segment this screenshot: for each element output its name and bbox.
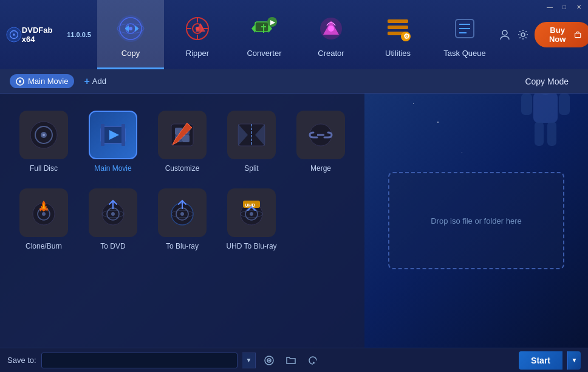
main-movie-label: Main Movie — [94, 164, 131, 173]
svg-text:UHD: UHD — [245, 202, 256, 208]
add-icon: + — [84, 76, 89, 87]
toolbar: Main Movie + Add Copy Mode — [0, 69, 588, 94]
svg-rect-77 — [533, 92, 558, 123]
minimize-button[interactable]: — — [543, 1, 556, 12]
to-dvd-icon-box — [89, 188, 137, 237]
mode-merge[interactable]: Merge — [289, 106, 352, 177]
svg-point-36 — [19, 80, 21, 83]
svg-marker-16 — [251, 24, 255, 33]
tab-utilities[interactable]: ⚙ Utilities — [364, 0, 431, 69]
copy-tab-label: Copy — [121, 49, 140, 58]
app-version: 11.0.0.5 — [67, 31, 91, 38]
customize-label: Customize — [165, 164, 200, 173]
converter-tab-label: Converter — [247, 49, 281, 58]
logo-area: DVDFab x64 11.0.0.5 — [0, 26, 97, 44]
full-disc-icon-box — [19, 111, 68, 159]
folder-icon — [285, 355, 296, 366]
mode-split[interactable]: Split — [220, 106, 283, 177]
svg-rect-24 — [388, 26, 408, 29]
clone-burn-label: Clone/Burn — [26, 242, 62, 250]
svg-point-86 — [268, 359, 270, 361]
tab-task-queue[interactable]: Task Queue — [431, 0, 498, 69]
browse-disc-button[interactable] — [261, 352, 278, 369]
svg-point-6 — [129, 27, 132, 30]
start-button[interactable]: Start — [519, 351, 562, 370]
path-dropdown-button[interactable]: ▼ — [242, 353, 256, 368]
save-path-input[interactable] — [41, 353, 238, 368]
tab-converter[interactable]: ▶ Converter — [231, 0, 298, 69]
to-blu-ray-label: To Blu-ray — [166, 242, 199, 250]
mode-full-disc[interactable]: Full Disc — [12, 106, 75, 177]
tab-creator[interactable]: Creator — [298, 0, 364, 69]
header-right: Buy Now — [498, 22, 588, 47]
creator-tab-icon — [315, 12, 347, 45]
tab-ripper[interactable]: Ripper — [164, 0, 231, 69]
nav-tabs: Copy Ripper — [97, 0, 498, 69]
mode-uhd-to-blu-ray[interactable]: UHD UHD To Blu-ray — [220, 184, 283, 255]
to-blu-ray-icon-box — [158, 188, 207, 237]
svg-text:▶: ▶ — [270, 19, 276, 26]
clone-burn-icon-box — [19, 188, 68, 237]
to-dvd-label: To DVD — [100, 242, 125, 250]
svg-point-33 — [521, 33, 525, 36]
mode-main-movie[interactable]: Main Movie — [81, 106, 145, 177]
refresh-icon — [307, 355, 318, 366]
refresh-button[interactable] — [304, 352, 321, 369]
mode-customize[interactable]: Customize — [151, 106, 214, 177]
main-content: Full Disc Main Movie — [0, 94, 588, 348]
mode-to-dvd[interactable]: To DVD — [81, 184, 145, 255]
merge-icon-box — [296, 111, 345, 159]
copy-tab-icon — [114, 12, 147, 45]
svg-point-58 — [42, 212, 46, 216]
copy-modes-panel: Full Disc Main Movie — [0, 94, 364, 348]
svg-rect-78 — [521, 94, 532, 115]
svg-point-61 — [111, 212, 115, 216]
svg-marker-87 — [313, 362, 315, 364]
drop-area[interactable]: Drop iso file or folder here — [388, 172, 564, 269]
mode-to-blu-ray[interactable]: To Blu-ray — [151, 184, 214, 255]
svg-point-72 — [250, 212, 253, 216]
uhd-to-blu-ray-icon-box: UHD — [227, 188, 276, 237]
mode-clone-burn[interactable]: Clone/Burn — [12, 184, 75, 255]
converter-tab-icon: ▶ — [248, 12, 281, 45]
buy-now-button[interactable]: Buy Now — [535, 22, 588, 47]
ripper-tab-label: Ripper — [186, 49, 209, 58]
browse-folder-button[interactable] — [282, 352, 299, 369]
person-icon-btn[interactable] — [498, 26, 511, 43]
svg-rect-80 — [535, 122, 544, 146]
dvdfab-logo-icon — [6, 26, 22, 43]
svg-point-40 — [43, 134, 45, 136]
main-movie-icon — [16, 77, 24, 86]
svg-rect-23 — [388, 19, 408, 23]
settings-icon-btn[interactable] — [516, 26, 530, 43]
svg-rect-44 — [121, 124, 125, 146]
close-button[interactable]: ✕ — [572, 1, 586, 12]
svg-rect-81 — [547, 122, 556, 146]
svg-point-22 — [328, 26, 334, 32]
svg-rect-34 — [575, 33, 581, 38]
creator-tab-label: Creator — [318, 49, 344, 58]
drop-area-text: Drop iso file or folder here — [419, 216, 534, 226]
add-button[interactable]: + Add — [84, 76, 106, 87]
save-to-label: Save to: — [7, 356, 36, 365]
svg-point-66 — [180, 212, 184, 216]
bottom-bar: Save to: ▼ Start ▼ — [0, 348, 588, 372]
task-queue-tab-label: Task Queue — [443, 49, 485, 58]
split-icon-box — [227, 111, 276, 159]
header: DVDFab x64 11.0.0.5 Copy — [0, 0, 588, 69]
main-movie-button[interactable]: Main Movie — [10, 74, 74, 88]
copy-mode-label: Copy Mode — [515, 77, 578, 86]
main-movie-icon-box — [89, 111, 137, 159]
uhd-to-blu-ray-label: UHD To Blu-ray — [226, 242, 276, 250]
full-disc-label: Full Disc — [30, 164, 58, 173]
maximize-button[interactable]: □ — [558, 1, 571, 12]
merge-label: Merge — [310, 164, 331, 173]
right-panel: Drop iso file or folder here — [364, 94, 588, 348]
tab-copy[interactable]: Copy — [97, 0, 164, 69]
task-queue-tab-icon — [448, 12, 481, 45]
svg-text:⚙: ⚙ — [403, 32, 410, 41]
customize-icon-box — [158, 111, 207, 159]
start-dropdown-button[interactable]: ▼ — [567, 351, 581, 370]
window-controls: — □ ✕ — [543, 1, 586, 12]
utilities-tab-label: Utilities — [385, 49, 411, 58]
